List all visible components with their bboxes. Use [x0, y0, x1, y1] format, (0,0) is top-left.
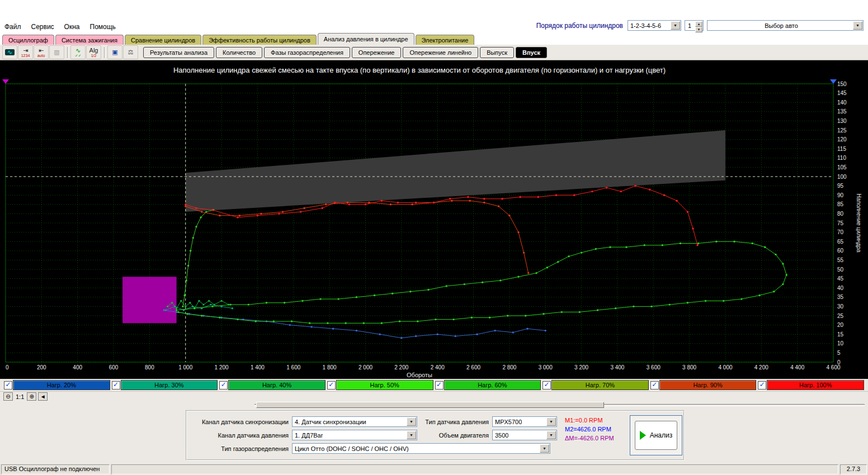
dropdown-arrow-icon[interactable]: ▼ [407, 417, 416, 426]
chart-svg: 02004006008001 0001 2001 4001 6001 8002 … [0, 60, 868, 379]
engine-volume-combo[interactable]: 3500 ▼ [492, 430, 557, 440]
ruler-icon[interactable]: ▥ [49, 45, 64, 59]
series-5 [185, 200, 529, 274]
legend-checkbox-load-90[interactable]: ✓ [650, 381, 659, 390]
top-right-controls: Порядок работы цилиндров 1-2-3-4-5-6 ▼ 1… [536, 20, 864, 31]
tab-power-supply[interactable]: Электропитание [416, 35, 475, 45]
series-4 [182, 209, 214, 307]
svg-text:95: 95 [837, 183, 844, 189]
tab-oscilloscope[interactable]: Осциллограф [2, 35, 54, 45]
ruler-glyph: ▥ [54, 49, 59, 55]
pressure-sensor-value: MPX5700 [495, 419, 522, 425]
legend-checkbox-load-20[interactable]: ✓ [4, 381, 12, 390]
marker-triangle-left[interactable] [2, 79, 9, 84]
svg-text:1 200: 1 200 [215, 364, 229, 370]
status-message: USB Осциллограф не подключен [1, 464, 110, 474]
legend-checkbox-load-100[interactable]: ✓ [758, 381, 766, 390]
menu-help[interactable]: Помощь [90, 23, 116, 31]
cylinder-order-combo[interactable]: 1-2-3-4-5-6 ▼ [628, 20, 681, 31]
subtab-intake[interactable]: Впуск [516, 47, 547, 58]
wave-check-glyph: ∿ [76, 48, 81, 54]
svg-text:4 000: 4 000 [718, 364, 732, 370]
cylinder-number-value: 1 [688, 22, 691, 29]
subtab-valve-timing[interactable]: Фазы газораспределения [264, 47, 350, 58]
marker-delta-readout: ΔM=-4626.0 RPM [565, 435, 614, 441]
legend-checkbox-load-50[interactable]: ✓ [327, 381, 336, 390]
algorithm-icon[interactable]: Alg1/2 [86, 45, 101, 59]
dropdown-arrow-icon[interactable]: ▼ [546, 417, 556, 426]
dropdown-arrow-icon[interactable]: ▼ [671, 21, 680, 30]
scroll-left-button[interactable]: ◄ [38, 392, 48, 401]
svg-text:2 400: 2 400 [431, 364, 445, 370]
pressure-sensor-combo[interactable]: MPX5700 ▼ [492, 416, 557, 427]
save-icon[interactable]: ▣ [107, 45, 122, 59]
dropdown-arrow-icon[interactable]: ▼ [546, 431, 556, 439]
svg-text:3 400: 3 400 [610, 364, 624, 370]
svg-text:400: 400 [73, 364, 82, 370]
legend-checkbox-load-40[interactable]: ✓ [219, 381, 228, 390]
selection-rectangle[interactable] [122, 277, 177, 323]
app-window: ФайлСервисОкнаПомощь Порядок работы цили… [0, 0, 868, 475]
tab-cylinder-efficiency[interactable]: Эффективность работы цилиндров [202, 35, 317, 45]
sync-channel-combo[interactable]: 4. Датчик синхронизации ▼ [292, 416, 417, 427]
menu-file[interactable]: Файл [4, 23, 21, 31]
svg-text:4 600: 4 600 [826, 364, 840, 370]
wave-check-icon[interactable]: ∿✓✓ [70, 45, 86, 59]
cylinder-number-spinner[interactable]: 1 ▲▼ [685, 20, 704, 31]
svg-text:80: 80 [837, 211, 844, 217]
subtab-analysis-results[interactable]: Результаты анализа [143, 47, 214, 58]
subtab-exhaust[interactable]: Выпуск [480, 47, 514, 58]
analyze-button[interactable]: Анализ [635, 421, 677, 450]
legend-checkbox-load-60[interactable]: ✓ [435, 381, 444, 390]
tab-pressure-analysis[interactable]: Анализ давления в цилиндре [318, 33, 414, 45]
scrollbar-thumb[interactable] [256, 402, 604, 408]
tab-cylinder-comparison[interactable]: Сравнение цилиндров [125, 35, 201, 45]
svg-text:135: 135 [837, 108, 847, 115]
legend-item-load-100: ✓Нагр. 100% [758, 380, 864, 390]
legend-checkbox-load-30[interactable]: ✓ [112, 381, 120, 390]
dropdown-arrow-icon[interactable]: ▼ [853, 21, 862, 30]
toolbar-separator [104, 47, 105, 58]
cylinder-order-label: Порядок работы цилиндров [536, 22, 623, 30]
menu-service[interactable]: Сервис [31, 23, 54, 31]
sync-channel-value: 4. Датчик синхронизации [295, 419, 366, 425]
subtab-advance[interactable]: Опережение [352, 47, 402, 58]
zoom-in-button[interactable]: ⊕ [27, 392, 36, 401]
zoom-out-button[interactable]: ⊖ [3, 392, 13, 401]
menu-windows[interactable]: Окна [64, 23, 80, 31]
spinner-arrows-icon[interactable]: ▲▼ [695, 21, 702, 30]
x-axis-label: Обороты [407, 372, 432, 378]
scales-icon[interactable]: ⚖ [123, 45, 138, 59]
legend-checkbox-load-70[interactable]: ✓ [542, 381, 551, 390]
channels-sub-glyph: 1234 [21, 54, 30, 58]
car-select-combo[interactable]: Выбор авто ▼ [707, 20, 864, 31]
svg-text:55: 55 [837, 257, 844, 263]
pressure-channel-combo[interactable]: 1. ДД7Bar ▼ [292, 430, 417, 440]
legend-bar-load-20: Нагр. 20% [13, 380, 110, 390]
toolbar-icons: ∿⇥1234⇤auto▥∿✓✓Alg1/2▣⚖ [2, 45, 139, 59]
channels-glyph: ⇥ [23, 48, 28, 54]
dropdown-arrow-icon[interactable]: ▼ [540, 444, 549, 453]
dropdown-arrow-icon[interactable]: ▼ [407, 431, 416, 439]
settings-panel: Канал датчика синхронизации 4. Датчик си… [0, 408, 868, 464]
subtab-quantity[interactable]: Количество [216, 47, 262, 58]
auto-scale-glyph: ⇤ [39, 48, 44, 54]
legend-item-load-40: ✓Нагр. 40% [219, 380, 326, 390]
auto-scale-icon[interactable]: ⇤auto [34, 45, 49, 59]
main-menu: ФайлСервисОкнаПомощь [4, 23, 116, 31]
channels-icon[interactable]: ⇥1234 [18, 45, 33, 59]
subtab-advance-linear[interactable]: Опережение линейно [403, 47, 478, 58]
chart-area[interactable]: 02004006008001 0001 2001 4001 6001 8002 … [0, 60, 868, 379]
zoom-level: 1:1 [15, 393, 25, 400]
scope-icon[interactable]: ∿ [2, 45, 17, 59]
marker-m2-readout: M2=4626.0 RPM [565, 426, 611, 433]
marker-triangle-right[interactable] [830, 79, 837, 84]
svg-text:75: 75 [837, 220, 844, 226]
legend-item-load-90: ✓Нагр. 90% [650, 380, 757, 390]
valvetrain-combo[interactable]: Цикл Отто (DOHC / SOHC / OHC / OHV) ▼ [292, 443, 550, 454]
tab-ignition-system[interactable]: Система зажигания [55, 35, 124, 45]
valvetrain-label: Тип газораспределения [188, 445, 289, 452]
status-bar: USB Осциллограф не подключен 2.7.3 [0, 464, 868, 475]
chart-scrollbar[interactable] [0, 401, 868, 408]
svg-text:115: 115 [837, 146, 846, 152]
